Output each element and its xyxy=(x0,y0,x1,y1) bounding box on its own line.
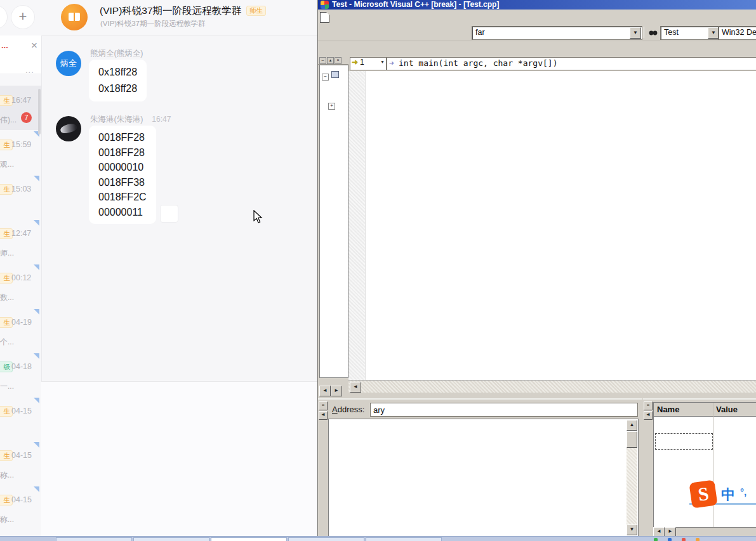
search-button[interactable] xyxy=(0,5,8,29)
message-line: 0018FF28 xyxy=(98,145,147,160)
taskbar-button[interactable] xyxy=(211,537,287,541)
workspace-hscroll[interactable]: ◄► xyxy=(319,386,342,395)
line-spinner[interactable]: ➜1 ▼ xyxy=(350,57,387,70)
message-bubble[interactable]: 0018FF280018FF28000000100018FF380018FF2C… xyxy=(89,126,156,224)
code-editor[interactable] xyxy=(348,71,756,380)
tray-icon[interactable] xyxy=(654,538,658,541)
more-icon[interactable]: ... xyxy=(25,65,34,75)
tree-expand-icon[interactable]: + xyxy=(328,103,335,110)
ime-mode-chinese[interactable]: 中 xyxy=(721,485,735,504)
tray-icon[interactable] xyxy=(668,538,672,541)
conversation-item[interactable]: 级04-18一... xyxy=(0,352,41,396)
memory-vscrollbar[interactable]: ▲ ▼ xyxy=(627,420,637,535)
avatar[interactable]: 炳全 xyxy=(56,51,81,76)
conversation-item[interactable]: 生04-15 xyxy=(0,396,41,441)
group-avatar[interactable] xyxy=(61,4,88,30)
taskbar-button[interactable] xyxy=(56,537,132,541)
taskbar-button[interactable] xyxy=(366,537,442,541)
watch-col-value[interactable]: Value xyxy=(716,405,738,414)
ime-indicator[interactable]: S 中 °, xyxy=(689,480,756,509)
message-input-area[interactable] xyxy=(41,409,317,541)
collapse-icon[interactable]: ◄ xyxy=(644,411,653,420)
message-line: 00000011 xyxy=(98,205,147,220)
message-corner-icon xyxy=(34,353,39,359)
vc-ide-window: Test - Microsoft Visual C++ [break] - [T… xyxy=(317,0,756,536)
watch-window: × ◄ Name Value ◄ ► xyxy=(643,398,756,537)
configuration-combobox-value: Win32 Deb xyxy=(722,28,756,37)
scroll-up-icon[interactable]: ▲ xyxy=(627,420,637,431)
find-combobox[interactable]: far▼ xyxy=(472,26,642,40)
close-icon[interactable]: × xyxy=(319,401,328,410)
close-icon[interactable]: × xyxy=(31,39,37,52)
workspace-grip[interactable]: –▴× xyxy=(318,56,348,65)
close-icon[interactable]: × xyxy=(644,401,653,410)
conversation-item[interactable]: 生04-15称... xyxy=(0,485,41,530)
conversation-preview: 观... xyxy=(0,159,29,170)
configuration-combobox[interactable]: Win32 Deb xyxy=(718,26,756,40)
sidebar-scrollbar[interactable] xyxy=(38,89,41,134)
message-corner-icon xyxy=(34,176,39,181)
tab-scroll-left[interactable]: ◄ xyxy=(653,527,665,537)
avatar[interactable] xyxy=(56,116,81,141)
conversation-item[interactable]: 生00:12数... xyxy=(0,263,41,308)
ime-punctuation[interactable]: °, xyxy=(740,486,746,497)
conversation-item[interactable]: 生15:03 xyxy=(0,174,41,219)
project-combobox[interactable]: Test▼ xyxy=(660,26,720,40)
line-number: 1 xyxy=(358,58,364,67)
debug-toolbar xyxy=(318,41,756,56)
ide-titlebar[interactable]: Test - Microsoft Visual C++ [break] - [T… xyxy=(318,0,756,10)
message-line: 0018FF28 xyxy=(98,130,147,145)
conversation-item[interactable]: 生15:59观... xyxy=(0,130,41,174)
tree-collapse-icon[interactable]: − xyxy=(322,74,329,81)
chevron-down-icon[interactable]: ▼ xyxy=(630,27,641,39)
project-combobox-value: Test xyxy=(664,28,679,37)
document-icon[interactable] xyxy=(320,12,329,23)
add-button[interactable]: + xyxy=(11,5,35,29)
message-line: 0x18ff28 xyxy=(98,64,137,81)
editor-hscrollbar[interactable]: ◄ xyxy=(348,380,756,393)
smiley-icon[interactable] xyxy=(160,205,178,223)
watch-tabs: ◄ ► xyxy=(653,526,678,537)
watch-window-grip[interactable]: × ◄ xyxy=(643,401,652,537)
function-signature-combo[interactable]: ➜int main(int argc, char *argv[]) xyxy=(387,57,756,70)
conversation-time: 15:59 xyxy=(11,140,31,149)
member-tag-badge: 生 xyxy=(0,184,13,195)
sogou-logo-icon[interactable]: S xyxy=(689,479,717,508)
message-corner-icon xyxy=(34,486,39,492)
message-bubble[interactable]: 0x18ff280x18ff28 xyxy=(89,60,147,101)
tab-scroll-right[interactable]: ► xyxy=(665,527,676,537)
collapse-icon[interactable]: ◄ xyxy=(319,411,328,420)
address-input[interactable] xyxy=(370,403,638,417)
unread-badge: 7 xyxy=(21,112,32,123)
taskbar-button[interactable] xyxy=(133,537,209,541)
message-line: 0x18ff28 xyxy=(98,81,137,97)
member-tag-badge: 级 xyxy=(0,362,13,372)
message-corner-icon xyxy=(34,398,39,403)
chat-app: + ... × ... 生16:47伟)...7生15:59观...生15:03… xyxy=(0,0,317,541)
conversation-time: 04-15 xyxy=(11,495,32,504)
conversation-preview: 师... xyxy=(0,248,29,259)
memory-dump[interactable]: ▲ ▼ xyxy=(328,419,639,537)
conversation-item[interactable]: 生04-15称... xyxy=(0,441,41,485)
tray-icon[interactable] xyxy=(696,538,700,541)
workspace-tree[interactable]: − + xyxy=(319,65,348,378)
conversation-preview: 个... xyxy=(0,337,29,348)
conversation-item[interactable]: 生16:47伟)...7 xyxy=(0,86,41,130)
message-line: 0018FF38 xyxy=(98,175,147,190)
memory-window: × ◄ Address: ▲ ▼ xyxy=(318,398,642,537)
editor-margin[interactable] xyxy=(348,71,366,380)
conversation-item[interactable]: 生04-19个... xyxy=(0,308,41,352)
memory-window-grip[interactable]: × ◄ xyxy=(318,401,327,537)
conversation-item[interactable]: 生12:47师... xyxy=(0,219,41,263)
taskbar-button[interactable] xyxy=(288,537,364,541)
tray-icon[interactable] xyxy=(682,538,686,541)
watch-col-name[interactable]: Name xyxy=(657,405,679,414)
project-node-icon xyxy=(331,71,339,78)
scroll-thumb[interactable] xyxy=(627,431,637,448)
ide-title-text: Test - Microsoft Visual C++ [break] - [T… xyxy=(332,0,499,9)
scroll-down-icon[interactable]: ▼ xyxy=(627,525,637,535)
watch-empty-cell[interactable] xyxy=(655,433,713,450)
find-in-files-button[interactable] xyxy=(646,26,660,39)
message-corner-icon xyxy=(34,442,39,448)
app-icon xyxy=(321,1,329,9)
